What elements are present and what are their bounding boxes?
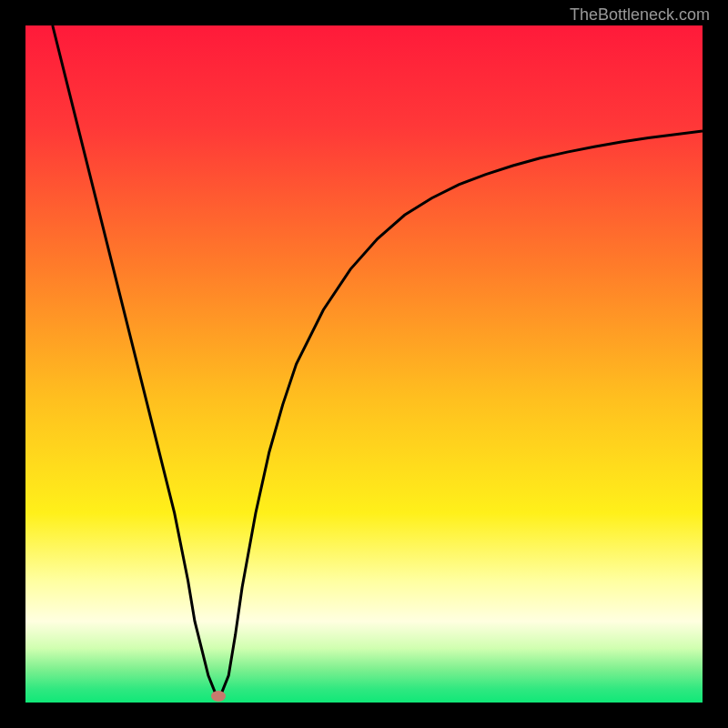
- watermark-text: TheBottleneck.com: [570, 5, 710, 25]
- optimal-point-marker: [211, 691, 226, 702]
- chart-area: [25, 25, 703, 703]
- bottleneck-curve: [25, 25, 703, 703]
